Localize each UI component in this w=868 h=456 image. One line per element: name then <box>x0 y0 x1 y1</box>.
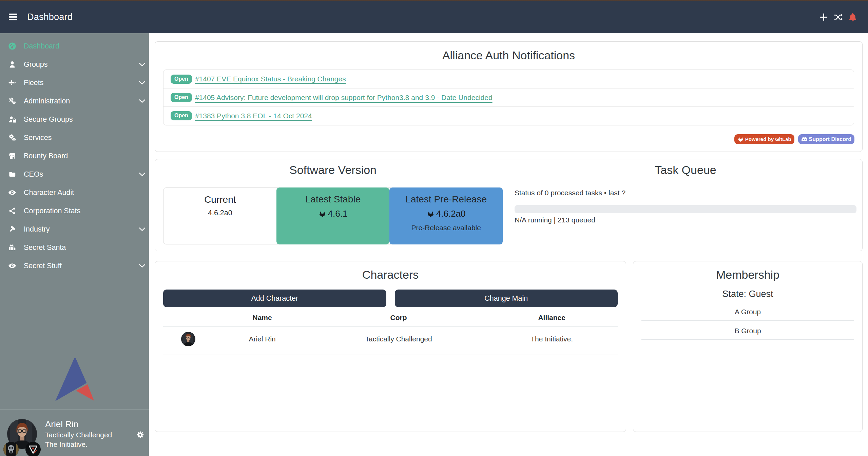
powered-by-gitlab-button[interactable]: Powered by GitLab <box>734 134 794 144</box>
version-current: Current 4.6.2a0 <box>163 188 277 244</box>
notifications-footer: Powered by GitLab Support Discord <box>734 134 854 144</box>
shuffle-icon[interactable] <box>833 12 843 22</box>
user-info: Ariel Rin Tactically Challenged The Init… <box>45 419 112 449</box>
version-taskqueue-panel: Software Version Current 4.6.2a0 Latest … <box>155 159 863 251</box>
characters-panel: Characters Add Character Change Main Nam… <box>155 261 626 432</box>
list-item: B Group <box>641 321 854 340</box>
software-version-title: Software Version <box>163 163 503 177</box>
alliance-mini-logo <box>25 442 41 456</box>
status-badge: Open <box>171 93 192 102</box>
gifts-icon <box>8 243 16 252</box>
corp-logo <box>3 442 19 456</box>
user-name: Ariel Rin <box>45 419 112 430</box>
notifications-panel: Alliance Auth Notifications Open #1407 E… <box>155 41 863 152</box>
sidebar-nav: Dashboard Groups Fleets Administration S… <box>0 33 149 409</box>
characters-title: Characters <box>163 267 618 282</box>
page-title: Dashboard <box>27 12 73 22</box>
sidebar-item-character-audit[interactable]: Character Audit <box>0 183 149 202</box>
eye-icon <box>8 189 16 197</box>
characters-actions: Add Character Change Main <box>163 290 618 307</box>
gitlab-icon <box>737 136 744 142</box>
table-row: Ariel Rin Tactically Challenged The Init… <box>163 327 618 355</box>
user-corp: Tactically Challenged <box>45 430 112 439</box>
task-progress-bar <box>515 205 856 213</box>
chevron-down-icon <box>138 60 146 68</box>
chevron-down-icon <box>138 262 146 270</box>
character-portrait <box>181 332 195 346</box>
notification-row: Open #1407 EVE Equinox Status - Breaking… <box>163 70 854 88</box>
user-lock-icon <box>8 115 16 123</box>
folder-icon <box>8 170 16 178</box>
add-icon[interactable] <box>818 12 829 22</box>
menu-toggle-icon[interactable] <box>9 12 17 22</box>
notification-link[interactable]: #1383 Python 3.8 EOL - 14 Oct 2024 <box>195 112 312 120</box>
character-name: Ariel Rin <box>213 327 311 355</box>
status-badge: Open <box>171 111 192 120</box>
col-header-alliance: Alliance <box>486 307 618 327</box>
software-version-section: Software Version Current 4.6.2a0 Latest … <box>163 159 503 251</box>
chevron-down-icon <box>138 79 146 87</box>
gauge-icon <box>8 42 16 50</box>
eye-icon <box>8 262 16 270</box>
sidebar-item-dashboard[interactable]: Dashboard <box>0 37 149 55</box>
sidebar-item-bounty-board[interactable]: Bounty Board <box>0 147 149 165</box>
sidebar-item-secure-groups[interactable]: Secure Groups <box>0 110 149 128</box>
notification-link[interactable]: #1405 Advisory: Future development will … <box>195 94 493 102</box>
notification-link[interactable]: #1407 EVE Equinox Status - Breaking Chan… <box>195 75 346 83</box>
task-queue-status: Status of 0 processed tasks • last ? <box>515 189 856 197</box>
space-shuttle-icon <box>8 79 16 87</box>
col-header-corp: Corp <box>311 307 486 327</box>
navbar: Dashboard <box>0 1 868 33</box>
notifications-bell-icon[interactable] <box>848 12 858 22</box>
sidebar-item-groups[interactable]: Groups <box>0 55 149 74</box>
main-content: Alliance Auth Notifications Open #1407 E… <box>149 33 868 456</box>
chevron-down-icon <box>138 97 146 105</box>
col-header-avatar <box>163 307 213 327</box>
membership-title: Membership <box>641 267 854 282</box>
add-character-button[interactable]: Add Character <box>163 290 386 307</box>
sidebar-user-panel: Ariel Rin Tactically Challenged The Init… <box>0 409 149 456</box>
col-header-name: Name <box>213 307 311 327</box>
characters-table: Name Corp Alliance <box>163 307 618 355</box>
notification-row: Open #1405 Advisory: Future development … <box>163 88 854 106</box>
store-icon <box>8 152 16 160</box>
support-discord-button[interactable]: Support Discord <box>798 134 854 144</box>
user-alliance: The Initiative. <box>45 440 112 449</box>
version-latest-prerelease: Latest Pre-Release 4.6.2a0 Pre-Release a… <box>389 187 503 244</box>
sidebar-item-ceos[interactable]: CEOs <box>0 165 149 183</box>
chevron-down-icon <box>138 225 146 233</box>
share-nodes-icon <box>8 207 16 215</box>
user-icon <box>8 60 16 68</box>
sidebar-item-services[interactable]: Services <box>0 128 149 147</box>
notifications-title: Alliance Auth Notifications <box>163 48 854 62</box>
gears-icon <box>8 134 16 142</box>
gears-icon <box>8 97 16 105</box>
task-queue-title: Task Queue <box>515 163 856 177</box>
task-queue-section: Task Queue Status of 0 processed tasks •… <box>515 159 856 251</box>
sidebar-item-industry[interactable]: Industry <box>0 220 149 238</box>
character-corp: Tactically Challenged <box>311 327 486 355</box>
task-queue-counts: N/A running | 213 queued <box>515 216 856 224</box>
sidebar: Dashboard Groups Fleets Administration S… <box>0 33 149 456</box>
sidebar-item-corporation-stats[interactable]: Corporation Stats <box>0 202 149 220</box>
status-badge: Open <box>171 75 192 84</box>
membership-groups: A Group B Group <box>641 302 854 340</box>
settings-gear-icon[interactable] <box>136 431 144 439</box>
change-main-button[interactable]: Change Main <box>395 290 618 307</box>
version-box: Current 4.6.2a0 Latest Stable 4.6.1 Late… <box>163 187 503 244</box>
sidebar-item-administration[interactable]: Administration <box>0 92 149 110</box>
gitlab-icon <box>427 210 435 218</box>
bottom-row: Characters Add Character Change Main Nam… <box>155 261 863 432</box>
discord-icon <box>801 136 808 142</box>
notification-row: Open #1383 Python 3.8 EOL - 14 Oct 2024 <box>163 106 854 125</box>
character-alliance: The Initiative. <box>486 327 618 355</box>
sidebar-item-fleets[interactable]: Fleets <box>0 74 149 92</box>
membership-state: State: Guest <box>641 288 854 300</box>
version-latest-stable: Latest Stable 4.6.1 <box>276 187 390 244</box>
sidebar-item-secret-stuff[interactable]: Secret Stuff <box>0 257 149 275</box>
hammer-icon <box>8 225 16 233</box>
sidebar-item-secret-santa[interactable]: Secret Santa <box>0 238 149 257</box>
navbar-actions <box>818 12 858 22</box>
membership-panel: Membership State: Guest A Group B Group <box>633 261 863 432</box>
gitlab-icon <box>319 210 326 218</box>
